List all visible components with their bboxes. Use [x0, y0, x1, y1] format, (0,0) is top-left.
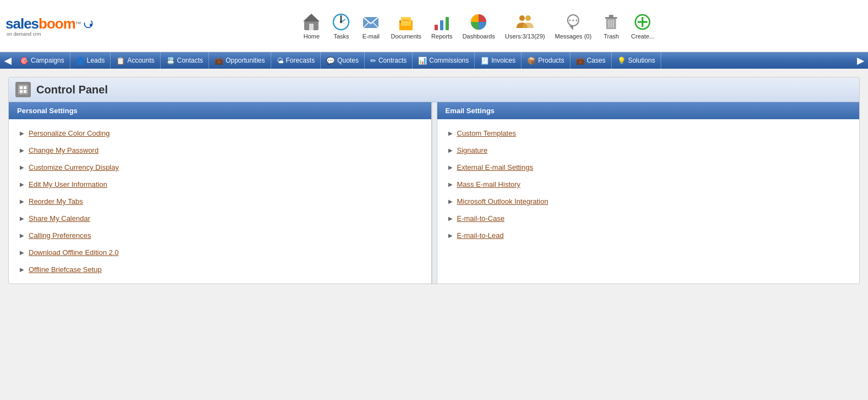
external-email-link[interactable]: External E-mail Settings: [457, 163, 534, 171]
svg-point-20: [519, 15, 525, 21]
tab-solutions[interactable]: 💡Solutions: [612, 52, 661, 69]
nav-documents[interactable]: Documents: [391, 12, 421, 40]
email-settings-panel: Email Settings ▶ Custom Templates ▶ Sign…: [437, 102, 860, 284]
list-item: ▶ Download Offline Edition 2.0: [20, 244, 420, 261]
download-offline-link[interactable]: Download Offline Edition 2.0: [29, 248, 119, 257]
arrow-icon: ▶: [20, 198, 24, 204]
tab-campaigns[interactable]: 🎯Campaigns: [14, 52, 70, 69]
nav-dashboards[interactable]: Dashboards: [463, 12, 495, 40]
arrow-icon: ▶: [20, 164, 24, 170]
tab-quotes[interactable]: 💬Quotes: [321, 52, 365, 69]
share-calendar-link[interactable]: Share My Calendar: [29, 214, 90, 223]
list-item: ▶ Edit My User Information: [20, 176, 420, 193]
arrow-icon: ▶: [448, 147, 453, 153]
nav-users[interactable]: Users:3/13(29): [505, 12, 545, 40]
main-content: Control Panel Personal Settings ▶ Person…: [0, 69, 868, 292]
products-tab-icon: 📦: [527, 57, 536, 65]
arrow-icon: ▶: [20, 266, 24, 273]
nav-dashboards-label: Dashboards: [463, 33, 495, 40]
forecasts-tab-icon: 🌤: [277, 57, 284, 65]
arrow-icon: ▶: [448, 232, 453, 238]
logo-subtitle: on demand crm: [7, 31, 94, 37]
tab-contracts[interactable]: ✏Contracts: [365, 52, 413, 69]
nav-tasks[interactable]: Tasks: [331, 12, 351, 40]
tab-contacts[interactable]: 📇Contacts: [161, 52, 209, 69]
email-settings-links: ▶ Custom Templates ▶ Signature ▶ Externa…: [437, 119, 860, 249]
nav-tabs: 🎯Campaigns 👤Leads 📋Accounts 📇Contacts 💼O…: [14, 52, 854, 69]
nav-arrow-right[interactable]: ▶: [854, 55, 867, 66]
solutions-tab-icon: 💡: [617, 57, 626, 65]
control-panel: Control Panel Personal Settings ▶ Person…: [8, 77, 860, 284]
tab-cases[interactable]: 💼Cases: [570, 52, 612, 69]
messages-icon: [563, 12, 583, 32]
list-item: ▶ Calling Preferences: [20, 227, 420, 244]
contracts-tab-icon: ✏: [370, 57, 376, 65]
email-settings-header: Email Settings: [437, 102, 860, 119]
tab-accounts[interactable]: 📋Accounts: [111, 52, 160, 69]
tab-opportunities[interactable]: 💼Opportunities: [209, 52, 271, 69]
custom-templates-link[interactable]: Custom Templates: [457, 129, 516, 137]
leads-tab-icon: 👤: [76, 57, 85, 65]
trash-icon: [601, 12, 621, 32]
quotes-tab-icon: 💬: [326, 57, 335, 65]
svg-rect-16: [435, 25, 438, 30]
top-header: salesboom™ on demand crm Home Tasks: [0, 0, 868, 52]
arrow-icon: ▶: [20, 147, 24, 153]
edit-user-info-link[interactable]: Edit My User Information: [29, 180, 107, 188]
invoices-tab-icon: 🧾: [480, 57, 489, 65]
list-item: ▶ Customize Currency Display: [20, 159, 420, 176]
customize-currency-link[interactable]: Customize Currency Display: [29, 163, 119, 171]
tab-commissions[interactable]: 📊Commissions: [413, 52, 475, 69]
mass-email-history-link[interactable]: Mass E-mail History: [457, 180, 521, 188]
nav-home-label: Home: [304, 33, 320, 40]
logo-sales: sales: [6, 15, 39, 32]
nav-email[interactable]: E-mail: [361, 12, 381, 40]
svg-point-23: [569, 20, 571, 21]
change-password-link[interactable]: Change My Password: [29, 146, 98, 154]
personalize-color-link[interactable]: Personalize Color Coding: [29, 129, 109, 137]
nav-reports[interactable]: Reports: [431, 12, 453, 40]
create-icon: [633, 12, 652, 32]
email-to-case-link[interactable]: E-mail-to-Case: [457, 214, 505, 223]
nav-tasks-label: Tasks: [333, 33, 349, 40]
tasks-icon: [331, 12, 351, 32]
tab-forecasts[interactable]: 🌤Forecasts: [271, 52, 321, 69]
outlook-integration-link[interactable]: Microsoft Outlook Integration: [457, 197, 548, 205]
nav-arrow-left[interactable]: ◀: [1, 55, 14, 66]
contacts-tab-icon: 📇: [166, 57, 175, 65]
list-item: ▶ E-mail-to-Case: [448, 210, 849, 227]
list-item: ▶ Signature: [448, 142, 849, 159]
arrow-icon: ▶: [448, 164, 453, 170]
list-item: ▶ Mass E-mail History: [448, 176, 849, 193]
nav-trash[interactable]: Trash: [601, 12, 621, 40]
list-item: ▶ Custom Templates: [448, 125, 849, 142]
home-icon: [301, 12, 321, 32]
control-panel-body: Personal Settings ▶ Personalize Color Co…: [9, 102, 859, 284]
reorder-tabs-link[interactable]: Reorder My Tabs: [29, 197, 83, 205]
svg-rect-14: [401, 17, 411, 26]
signature-link[interactable]: Signature: [457, 146, 488, 154]
svg-point-1: [90, 24, 92, 26]
svg-rect-35: [18, 85, 28, 95]
opportunities-tab-icon: 💼: [215, 57, 223, 65]
logo-arc-icon: [83, 15, 94, 32]
svg-point-25: [576, 20, 578, 21]
nav-home[interactable]: Home: [301, 12, 321, 40]
email-to-lead-link[interactable]: E-mail-to-Lead: [457, 231, 504, 240]
dashboards-icon: [469, 12, 488, 32]
offline-briefcase-link[interactable]: Offline Briefcase Setup: [29, 265, 102, 274]
nav-messages[interactable]: Messages (0): [555, 12, 592, 40]
svg-rect-39: [24, 90, 26, 93]
personal-settings-links: ▶ Personalize Color Coding ▶ Change My P…: [9, 119, 431, 284]
svg-rect-38: [20, 90, 23, 93]
tab-products[interactable]: 📦Products: [521, 52, 570, 69]
calling-prefs-link[interactable]: Calling Preferences: [29, 231, 91, 240]
list-item: ▶ Change My Password: [20, 142, 420, 159]
arrow-icon: ▶: [20, 215, 24, 221]
tab-leads[interactable]: 👤Leads: [70, 52, 111, 69]
list-item: ▶ Share My Calendar: [20, 210, 420, 227]
svg-point-8: [340, 21, 342, 23]
arrow-icon: ▶: [448, 198, 453, 204]
tab-invoices[interactable]: 🧾Invoices: [475, 52, 521, 69]
nav-create[interactable]: Create...: [631, 12, 654, 40]
